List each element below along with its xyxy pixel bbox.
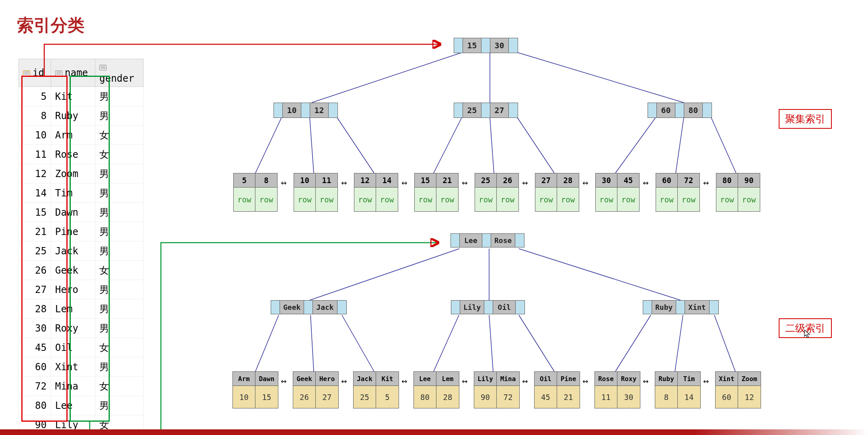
secondary-label: 二级索引	[779, 318, 832, 338]
clustered-label: 聚集索引	[779, 109, 832, 129]
bottom-bar	[0, 429, 868, 435]
